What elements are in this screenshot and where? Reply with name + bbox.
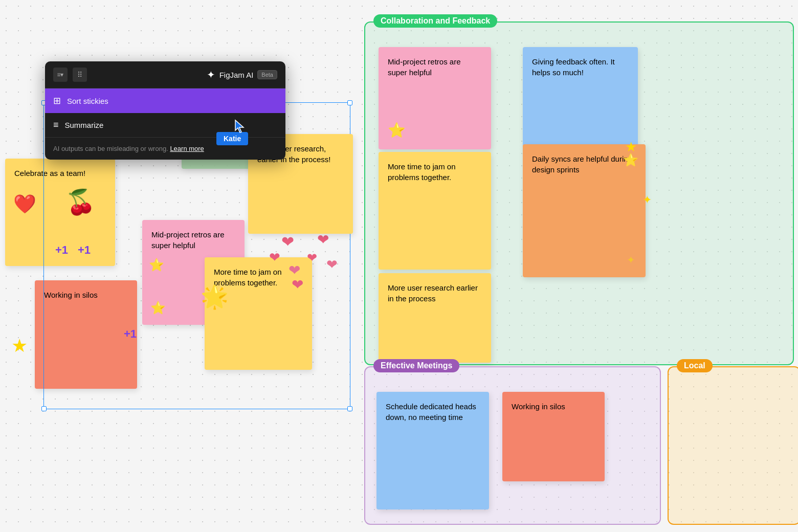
learn-more-link[interactable]: Learn more [170,145,204,152]
region-label-meetings: Effective Meetings [373,359,459,372]
sticky-working-silos-left[interactable]: Working in silos [35,280,137,389]
menu-item-sort-stickies[interactable]: ⊞ Sort stickies [45,88,285,113]
sticky-more-time-jam-r[interactable]: More time to jam on problems together. [379,152,491,270]
plus-one-3: +1 [124,327,137,341]
sticky-more-time-jam-canvas[interactable]: More time to jam on problems together. [205,257,312,370]
ai-disclaimer: AI outputs can be misleading or wrong. L… [45,137,285,160]
ai-menu-toolbar: ≡▾ ⠿ [53,68,87,82]
align-icon[interactable]: ≡▾ [53,68,68,82]
region-collaboration: Collaboration and Feedback Mid-project r… [364,21,794,365]
sticky-daily-syncs[interactable]: Daily syncs are helpful during design sp… [523,144,646,277]
sticky-schedule-heads-down[interactable]: Schedule dedicated heads down, no meetin… [376,392,489,509]
sticky-giving-feedback[interactable]: Giving feedback often. It helps so much! [523,47,638,147]
ai-menu: ≡▾ ⠿ ✦ FigJam AI Beta ⊞ Sort stickies ≡ … [45,61,285,160]
star-sticker-1: ★ [11,335,28,357]
sort-icon: ⊞ [53,95,61,106]
selection-handle-br[interactable] [347,406,352,411]
star-pink-canvas: ⭐ [149,258,164,272]
region-label-collaboration: Collaboration and Feedback [373,14,497,28]
canvas: Collaboration and Feedback Mid-project r… [0,0,798,532]
ai-menu-header: ≡▾ ⠿ ✦ FigJam AI Beta [45,61,285,88]
plus-one-2: +1 [78,243,91,257]
figjam-ai-title: ✦ FigJam AI Beta [207,69,277,81]
selection-handle-bl[interactable] [41,406,47,411]
heart-sticker: ❤️ [13,193,36,215]
summarize-icon: ≡ [53,120,59,130]
beta-badge: Beta [257,70,277,79]
star-daily-syncs: ★ [625,139,637,155]
star-daily-syncs-2: ✦ [642,193,652,207]
region-local: Local [668,366,798,525]
cherry-sticker: 🍒 [64,187,96,217]
menu-item-summarize[interactable]: ≡ Summarize [45,113,285,137]
cursor-arrow [234,119,246,134]
sticky-mid-project-retros-r[interactable]: Mid-project retros are super helpful ⭐ [379,47,491,149]
grid-icon[interactable]: ⠿ [73,68,87,82]
katie-cursor-area: Katie [216,122,248,145]
star-sticker-rainbow: 🌟 [201,283,229,310]
sticky-more-user-research-r[interactable]: More user research earlier in the proces… [379,273,491,363]
plus-one-1: +1 [55,243,68,257]
region-label-local: Local [677,359,713,372]
sticky-working-silos-m[interactable]: Working in silos [502,392,605,481]
katie-name-tag: Katie [216,132,248,145]
selection-handle-tr[interactable] [347,100,352,105]
region-meetings: Effective Meetings Schedule dedicated he… [364,366,661,525]
